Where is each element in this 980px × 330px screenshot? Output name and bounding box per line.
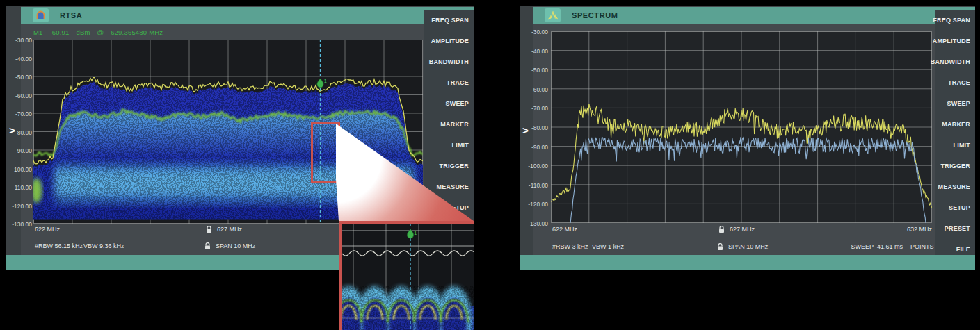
y-tick-label: -30.00 [7, 37, 32, 44]
span-lock-icon[interactable] [717, 243, 723, 251]
rtsa-app-icon [33, 8, 49, 22]
y-tick-label: -100.00 [7, 166, 32, 173]
start-freq-label: 622 MHz [35, 226, 60, 233]
y-tick-label: -60.00 [523, 86, 548, 93]
y-tick-label: -70.00 [7, 110, 32, 117]
window-title: SPECTRUM [572, 11, 618, 19]
y-tick-label: -110.00 [7, 184, 32, 191]
y-tick-label: -70.00 [523, 105, 548, 112]
y-tick-label: -100.00 [523, 163, 548, 170]
vbw-label: VBW 9.36 kHz [83, 242, 124, 249]
sweep-label: SWEEP [851, 243, 874, 250]
spectrum-menu: FREQ SPANAMPLITUDEBANDWIDTHTRACESWEEPMAR… [935, 10, 975, 255]
spectrum-menu-item-sweep[interactable]: SWEEP [935, 93, 975, 114]
y-tick-label: -50.00 [523, 67, 548, 74]
y-tick-label: -60.00 [7, 92, 32, 99]
span-label: SPAN 10 MHz [216, 242, 255, 249]
y-tick-label: -120.00 [7, 203, 32, 210]
rtsa-menu-item-sweep[interactable]: SWEEP [424, 93, 474, 114]
spectrum-menu-item-preset[interactable]: PRESET [935, 218, 975, 239]
spectrum-menu-item-limit[interactable]: LIMIT [935, 135, 975, 156]
spectrum-menu-item-amplitude[interactable]: AMPLITUDE [935, 31, 975, 51]
center-freq-lock-icon[interactable] [718, 226, 725, 233]
y-tick-label: -40.00 [7, 56, 32, 63]
y-tick-label: -110.00 [523, 182, 548, 189]
rtsa-menu-item-trace[interactable]: TRACE [424, 72, 474, 93]
marker-freq: 629.365480 MHz [111, 28, 163, 36]
rtsa-menu-item-amplitude[interactable]: AMPLITUDE [424, 31, 474, 51]
marker-at: @ [97, 28, 104, 36]
zoom-inset-view: 1 [339, 221, 474, 330]
spectrum-titlebar: SPECTRUM [533, 7, 975, 24]
spectrum-menu-item-trace[interactable]: TRACE [935, 72, 975, 93]
svg-text:1: 1 [414, 230, 417, 236]
spectrum-freq-row: 622 MHz 627 MHz 632 MHz [520, 226, 975, 234]
persistence-arch-icon [35, 10, 46, 20]
rbw-label: #RBW 3 kHz [552, 243, 588, 250]
y-tick-label: -50.00 [7, 74, 32, 81]
marker-unit: dBm [76, 28, 90, 36]
spectrum-plot-area[interactable] [551, 31, 932, 223]
sweep-time: 41.61 ms [877, 243, 903, 250]
y-tick-label: -80.00 [7, 129, 32, 136]
rtsa-titlebar: RTSA [21, 7, 474, 24]
y-tick-label: -120.00 [523, 201, 548, 208]
spectrum-bw-row: #RBW 3 kHz VBW 1 kHz SPAN 10 MHz SWEEP 4… [520, 243, 975, 251]
spectrum-menu-item-marker[interactable]: MARKER [935, 114, 975, 135]
spectrum-footer-bar [520, 255, 975, 270]
center-freq-lock-icon[interactable] [206, 226, 212, 233]
mini-spectrum-icon [547, 11, 559, 20]
y-tick-label: -40.00 [523, 48, 548, 55]
rbw-label: #RBW 56.15 kHz [35, 242, 83, 249]
stop-freq-label: 632 MHz [907, 226, 932, 233]
spectrum-menu-item-freq-span[interactable]: FREQ SPAN [935, 10, 975, 31]
y-tick-label: -80.00 [523, 124, 548, 131]
y-tick-label: -90.00 [523, 144, 548, 151]
marker-readout: M1 -60.91 dBm @ 629.365480 MHz [33, 28, 168, 36]
spectrum-window: > SPECTRUM -30.00-40.00-50.00-60.00-70.0… [520, 6, 975, 270]
marker-id: M1 [33, 28, 43, 36]
y-tick-label: -90.00 [7, 147, 32, 154]
spectrum-menu-item-setup[interactable]: SETUP [935, 197, 975, 218]
rtsa-menu-item-freq-span[interactable]: FREQ SPAN [424, 10, 474, 31]
desktop: { "accent_teal": "#5ba293", "colors": { … [0, 0, 980, 330]
span-label: SPAN 10 MHz [728, 243, 768, 250]
center-freq-label: 627 MHz [730, 226, 755, 233]
vbw-label: VBW 1 kHz [592, 243, 624, 250]
spectrum-menu-item-trigger[interactable]: TRIGGER [935, 156, 975, 176]
start-freq-label: 622 MHz [552, 226, 577, 233]
marker-level: -60.91 [49, 28, 69, 36]
zoom-callout-fan [336, 122, 474, 221]
svg-text:1: 1 [323, 78, 327, 84]
window-title: RTSA [60, 11, 82, 19]
y-tick-label: -30.00 [523, 28, 548, 35]
spectrum-menu-item-measure[interactable]: MEASURE [935, 176, 975, 197]
rtsa-menu-item-bandwidth[interactable]: BANDWIDTH [424, 51, 474, 72]
spectrum-menu-item-bandwidth[interactable]: BANDWIDTH [935, 51, 975, 72]
spectrum-app-icon [545, 8, 561, 22]
span-lock-icon[interactable] [204, 242, 211, 250]
center-freq-label: 627 MHz [217, 226, 242, 233]
